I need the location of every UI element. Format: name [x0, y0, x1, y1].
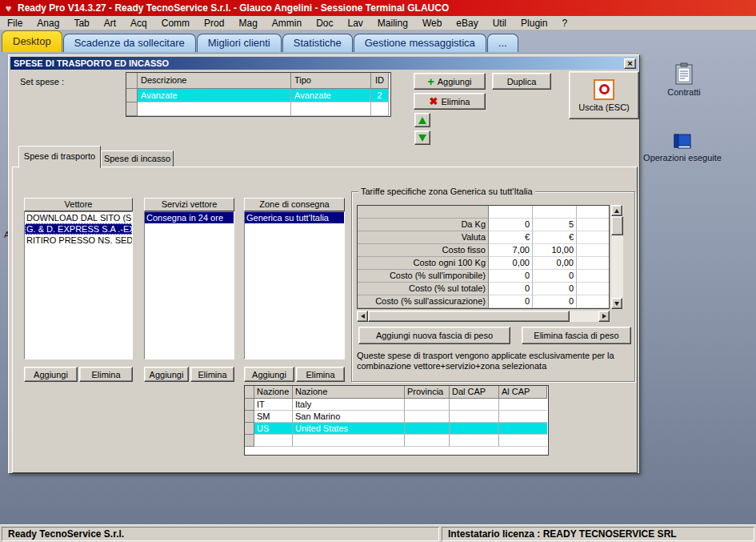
menu-item-comm[interactable]: Comm: [154, 17, 197, 30]
row-selector[interactable]: [245, 399, 254, 411]
elimina-fascia-peso-button[interactable]: Elimina fascia di peso: [522, 327, 631, 344]
tariffa-cell[interactable]: 0: [489, 295, 533, 308]
uscita-esc-button[interactable]: Uscita (ESC): [569, 71, 639, 119]
cell-code: US: [254, 423, 293, 435]
servizi-item-selected[interactable]: Consegna in 24 ore: [145, 212, 234, 223]
dialog-titlebar[interactable]: SPESE DI TRASPORTO ED INCASSO ×: [10, 57, 638, 70]
tab-migliori-clienti[interactable]: Migliori clienti: [197, 34, 282, 52]
servizi-elimina-button[interactable]: Elimina: [190, 367, 234, 382]
menu-item-ammin[interactable]: Ammin: [265, 17, 309, 30]
row-selector[interactable]: [245, 435, 254, 447]
set-spese-row-selected[interactable]: Avanzate Avanzate 2: [126, 89, 390, 102]
tab-statistiche[interactable]: Statistiche: [282, 34, 353, 52]
aggiungi-fascia-peso-button[interactable]: Aggiungi nuova fascia di peso: [358, 327, 510, 344]
menu-item-file[interactable]: File: [0, 17, 30, 30]
window-titlebar[interactable]: ♥ Ready Pro V14.3.27 - Ready TecnoServic…: [0, 0, 756, 16]
menu-item-help[interactable]: ?: [554, 17, 574, 30]
tariffa-cell[interactable]: 10,00: [533, 244, 577, 257]
servizi-panel: Servizi vettore Consegna in 24 ore: [144, 198, 234, 359]
tariffa-cell[interactable]: 0: [489, 283, 533, 295]
move-up-button[interactable]: [414, 113, 430, 127]
scroll-up-button[interactable]: [611, 205, 622, 216]
aggiungi-set-button[interactable]: + Aggiungi: [414, 73, 486, 90]
tariffe-row-header: [358, 206, 609, 219]
row-selector[interactable]: [245, 423, 254, 435]
vettore-aggiungi-button[interactable]: Aggiungi: [24, 367, 78, 382]
zone-aggiungi-button[interactable]: Aggiungi: [244, 367, 294, 382]
tariffa-cell[interactable]: 0: [533, 270, 577, 283]
tariffa-cell[interactable]: 0,00: [533, 257, 577, 270]
vettore-item[interactable]: DOWNLOAD DAL SITO (SO: [25, 212, 132, 223]
menu-item-mailing[interactable]: Mailing: [370, 17, 415, 30]
plus-icon: +: [427, 77, 434, 86]
dialog-title: SPESE DI TRASPORTO ED INCASSO: [14, 58, 169, 68]
set-spese-label: Set spese :: [20, 77, 64, 86]
menu-item-plugin[interactable]: Plugin: [514, 17, 554, 30]
row-selector[interactable]: [245, 411, 254, 423]
nazione-row-selected[interactable]: US United States: [245, 423, 548, 435]
scroll-left-button[interactable]: [357, 311, 368, 322]
tab-spese-di-trasporto[interactable]: Spese di trasporto: [18, 146, 101, 168]
scroll-right-button[interactable]: [598, 311, 610, 322]
col-header-descrizione: Descrizione: [138, 73, 291, 89]
menu-item-art[interactable]: Art: [97, 17, 123, 30]
tariffa-cell[interactable]: 0: [533, 295, 577, 308]
tariffa-cell[interactable]: 0,00: [489, 257, 533, 270]
scroll-down-button[interactable]: [611, 298, 622, 309]
tariffa-cell[interactable]: €: [489, 231, 533, 244]
dialog-close-button[interactable]: ×: [624, 58, 636, 69]
tariffa-cell[interactable]: 0: [533, 283, 577, 295]
desktop-icon-operazioni-eseguite[interactable]: Operazioni eseguite: [630, 133, 734, 163]
tab-spese-di-incasso[interactable]: Spese di incasso: [101, 151, 174, 167]
nazioni-header-row: Nazione Nazione Provincia Dal CAP Al CAP: [245, 386, 548, 399]
menu-item-ebay[interactable]: eBay: [449, 17, 485, 30]
menu-item-lav[interactable]: Lav: [341, 17, 370, 30]
zone-item-selected[interactable]: Generica su tutt'Italia: [245, 212, 344, 223]
tariffe-vertical-scrollbar[interactable]: [611, 205, 623, 309]
duplica-button[interactable]: Duplica: [492, 73, 551, 90]
menu-item-mag[interactable]: Mag: [231, 17, 264, 30]
servizi-aggiungi-button[interactable]: Aggiungi: [144, 367, 189, 382]
scroll-thumb[interactable]: [368, 311, 570, 322]
menu-item-prod[interactable]: Prod: [197, 17, 231, 30]
menu-item-anag[interactable]: Anag: [30, 17, 66, 30]
tariffe-horizontal-scrollbar[interactable]: [357, 311, 610, 322]
desktop-area: Desktop Scadenze da sollecitare Migliori…: [0, 30, 756, 524]
tariffa-cell[interactable]: €: [533, 231, 577, 244]
menu-item-doc[interactable]: Doc: [309, 17, 340, 30]
elimina-set-button[interactable]: ✖ Elimina: [414, 93, 486, 110]
menu-item-util[interactable]: Util: [486, 17, 514, 30]
tab-scadenze-da-sollecitare[interactable]: Scadenze da sollecitare: [63, 34, 196, 52]
row-selector[interactable]: [126, 89, 138, 102]
tariffa-cell[interactable]: 5: [533, 219, 577, 231]
tariffe-group-title: Tariffe specifiche zona Generica su tutt…: [358, 187, 535, 196]
tab-desktop[interactable]: Desktop: [2, 30, 62, 52]
tab-more[interactable]: ...: [487, 34, 518, 52]
scroll-thumb[interactable]: [611, 216, 623, 235]
nazione-row[interactable]: IT Italy: [245, 399, 548, 411]
menu-item-tab[interactable]: Tab: [66, 17, 96, 30]
zone-elimina-button[interactable]: Elimina: [296, 367, 345, 382]
tariffa-cell[interactable]: 0: [489, 219, 533, 231]
scroll-right-icon: [602, 314, 606, 319]
tariffa-cell[interactable]: 7,00: [489, 244, 533, 257]
col-header-dal-cap: Dal CAP: [450, 386, 499, 399]
set-spese-grid-header: Descrizione Tipo ID: [126, 73, 390, 89]
vettore-item[interactable]: RITIRO PRESSO NS. SEDE: [25, 235, 132, 246]
row-selector[interactable]: [126, 102, 138, 116]
vettore-item-selected[interactable]: G. & D. EXPRESS S.A .-EX: [25, 223, 132, 235]
set-spese-row-empty[interactable]: [126, 102, 390, 116]
tariffe-row: Costo fisso 7,00 10,00: [358, 244, 609, 257]
menu-item-web[interactable]: Web: [415, 17, 449, 30]
tariffa-cell[interactable]: 0: [489, 270, 533, 283]
tab-gestione-messaggistica[interactable]: Gestione messaggistica: [354, 34, 486, 52]
button-label: Elimina fascia di peso: [534, 331, 618, 340]
servizi-header: Servizi vettore: [144, 198, 234, 211]
servizi-list: Consegna in 24 ore: [144, 211, 234, 359]
vettore-elimina-button[interactable]: Elimina: [79, 367, 133, 382]
move-down-button[interactable]: [414, 130, 430, 145]
nazione-row-empty[interactable]: [245, 435, 548, 447]
menu-item-acq[interactable]: Acq: [123, 17, 154, 30]
nazione-row[interactable]: SM San Marino: [245, 411, 548, 423]
desktop-icon-contratti[interactable]: Contratti: [640, 62, 728, 97]
